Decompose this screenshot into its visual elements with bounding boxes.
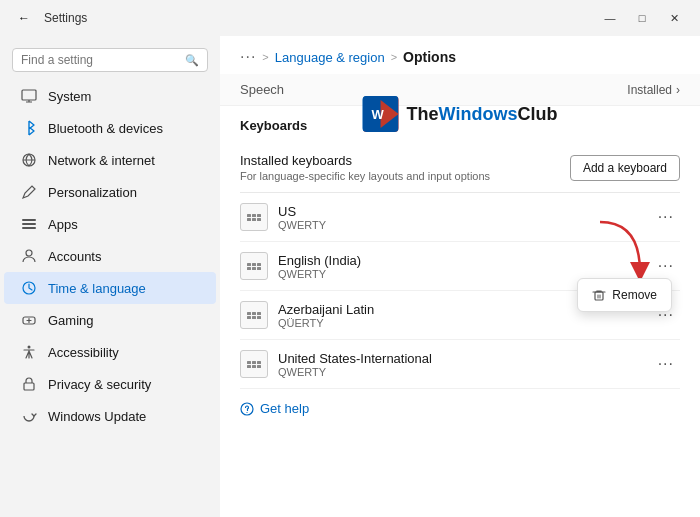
keyboards-title: Keyboards bbox=[240, 118, 680, 133]
breadcrumb-sep2: > bbox=[391, 51, 397, 63]
window-controls: — □ ✕ bbox=[596, 8, 688, 28]
main-content: 🔍 System Bluetooth & devices Network & i… bbox=[0, 36, 700, 517]
keyboard-info-us-international: United States-International QWERTY bbox=[278, 351, 432, 378]
keyboard-layout-english-india: QWERTY bbox=[278, 268, 361, 280]
sidebar-item-accounts[interactable]: Accounts bbox=[4, 240, 216, 272]
sidebar-label-privacy: Privacy & security bbox=[48, 377, 151, 392]
keyboard-icon-us-international bbox=[240, 350, 268, 378]
sidebar: 🔍 System Bluetooth & devices Network & i… bbox=[0, 36, 220, 517]
app-title: Settings bbox=[44, 11, 87, 25]
breadcrumb-dots[interactable]: ··· bbox=[240, 48, 256, 66]
sidebar-label-network: Network & internet bbox=[48, 153, 155, 168]
keyboard-more-us[interactable]: ··· bbox=[652, 206, 680, 228]
sidebar-label-system: System bbox=[48, 89, 91, 104]
sidebar-label-windows-update: Windows Update bbox=[48, 409, 146, 424]
keyboards-header: Installed keyboards For language-specifi… bbox=[240, 143, 680, 193]
keyboard-more-english-india[interactable]: ··· bbox=[652, 255, 680, 277]
breadcrumb-current: Options bbox=[403, 49, 456, 65]
installed-keyboards-desc: For language-specific key layouts and in… bbox=[240, 170, 490, 182]
sidebar-item-privacy[interactable]: Privacy & security bbox=[4, 368, 216, 400]
keyboard-item-english-india: English (India) QWERTY ··· bbox=[240, 242, 680, 291]
accounts-icon bbox=[20, 247, 38, 265]
remove-popup: Remove bbox=[577, 278, 672, 312]
sidebar-item-personalization[interactable]: Personalization bbox=[4, 176, 216, 208]
svg-point-5 bbox=[26, 250, 32, 256]
sidebar-item-gaming[interactable]: Gaming bbox=[4, 304, 216, 336]
speech-installed: Installed › bbox=[627, 83, 680, 97]
sidebar-item-windows-update[interactable]: Windows Update bbox=[4, 400, 216, 432]
sidebar-label-personalization: Personalization bbox=[48, 185, 137, 200]
keyboards-section: Keyboards Installed keyboards For langua… bbox=[220, 106, 700, 389]
sidebar-item-network[interactable]: Network & internet bbox=[4, 144, 216, 176]
sidebar-item-bluetooth[interactable]: Bluetooth & devices bbox=[4, 112, 216, 144]
keyboard-name-us-international: United States-International bbox=[278, 351, 432, 366]
search-icon: 🔍 bbox=[185, 54, 199, 67]
speech-label: Speech bbox=[240, 82, 284, 97]
get-help-label: Get help bbox=[260, 401, 309, 416]
title-bar-left: ← Settings bbox=[12, 6, 87, 30]
speech-arrow: › bbox=[676, 83, 680, 97]
remove-button[interactable]: Remove bbox=[582, 283, 667, 307]
sidebar-label-accounts: Accounts bbox=[48, 249, 101, 264]
keyboard-icon-us bbox=[240, 203, 268, 231]
back-button[interactable]: ← bbox=[12, 6, 36, 30]
keyboard-name-us: US bbox=[278, 204, 326, 219]
maximize-button[interactable]: □ bbox=[628, 8, 656, 28]
installed-keyboards-label: Installed keyboards bbox=[240, 153, 490, 168]
keyboards-header-text: Installed keyboards For language-specifi… bbox=[240, 153, 490, 182]
keyboard-icon-azerbaijani bbox=[240, 301, 268, 329]
svg-rect-9 bbox=[24, 383, 34, 390]
system-icon bbox=[20, 87, 38, 105]
speech-status: Installed bbox=[627, 83, 672, 97]
sidebar-label-apps: Apps bbox=[48, 217, 78, 232]
keyboard-layout-us-international: QWERTY bbox=[278, 366, 432, 378]
apps-icon bbox=[20, 215, 38, 233]
svg-rect-2 bbox=[22, 219, 36, 221]
privacy-icon bbox=[20, 375, 38, 393]
search-box[interactable]: 🔍 bbox=[12, 48, 208, 72]
sidebar-item-time-language[interactable]: Time & language bbox=[4, 272, 216, 304]
accessibility-icon bbox=[20, 343, 38, 361]
help-icon bbox=[240, 402, 254, 416]
personalization-icon bbox=[20, 183, 38, 201]
sidebar-label-time-language: Time & language bbox=[48, 281, 146, 296]
svg-rect-3 bbox=[22, 223, 36, 225]
keyboard-item-english-india-left: English (India) QWERTY bbox=[240, 252, 361, 280]
sidebar-item-apps[interactable]: Apps bbox=[4, 208, 216, 240]
sidebar-label-bluetooth: Bluetooth & devices bbox=[48, 121, 163, 136]
keyboard-item-us-international-left: United States-International QWERTY bbox=[240, 350, 432, 378]
speech-row[interactable]: Speech Installed › bbox=[220, 74, 700, 106]
keyboard-more-us-international[interactable]: ··· bbox=[652, 353, 680, 375]
breadcrumb-link[interactable]: Language & region bbox=[275, 50, 385, 65]
gaming-icon bbox=[20, 311, 38, 329]
keyboard-layout-us: QWERTY bbox=[278, 219, 326, 231]
breadcrumb-sep1: > bbox=[262, 51, 268, 63]
sidebar-label-accessibility: Accessibility bbox=[48, 345, 119, 360]
remove-label: Remove bbox=[612, 288, 657, 302]
search-input[interactable] bbox=[21, 53, 179, 67]
minimize-button[interactable]: — bbox=[596, 8, 624, 28]
keyboard-info-us: US QWERTY bbox=[278, 204, 326, 231]
sidebar-label-gaming: Gaming bbox=[48, 313, 94, 328]
keyboard-layout-azerbaijani: QÜERTY bbox=[278, 317, 374, 329]
add-keyboard-button[interactable]: Add a keyboard bbox=[570, 155, 680, 181]
title-bar: ← Settings — □ ✕ bbox=[0, 0, 700, 36]
time-language-icon bbox=[20, 279, 38, 297]
sidebar-item-accessibility[interactable]: Accessibility bbox=[4, 336, 216, 368]
windows-update-icon bbox=[20, 407, 38, 425]
keyboard-name-azerbaijani: Azerbaijani Latin bbox=[278, 302, 374, 317]
sidebar-item-system[interactable]: System bbox=[4, 80, 216, 112]
svg-point-8 bbox=[28, 346, 31, 349]
trash-icon bbox=[592, 288, 606, 302]
svg-rect-14 bbox=[595, 292, 603, 300]
keyboard-name-english-india: English (India) bbox=[278, 253, 361, 268]
svg-rect-0 bbox=[22, 90, 36, 100]
keyboard-item-us-left: US QWERTY bbox=[240, 203, 326, 231]
keyboard-icon-english-india bbox=[240, 252, 268, 280]
breadcrumb: ··· > Language & region > Options bbox=[220, 36, 700, 74]
keyboard-item-azerbaijani-left: Azerbaijani Latin QÜERTY bbox=[240, 301, 374, 329]
get-help[interactable]: Get help bbox=[220, 389, 700, 428]
keyboard-info-azerbaijani: Azerbaijani Latin QÜERTY bbox=[278, 302, 374, 329]
svg-rect-4 bbox=[22, 227, 36, 229]
close-button[interactable]: ✕ bbox=[660, 8, 688, 28]
